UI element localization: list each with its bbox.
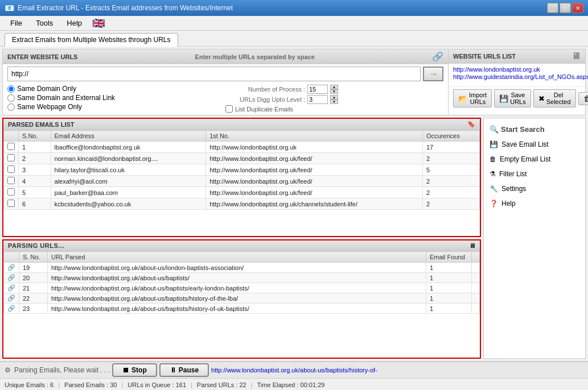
window-controls: _ □ ✕: [547, 3, 583, 13]
table-row: 🔗 20 http://www.londonbaptist.org.uk/abo…: [4, 273, 480, 283]
radio-same-domain[interactable]: Same Domain Only: [7, 85, 225, 93]
parsing-urls-icon: 🖥: [469, 242, 476, 249]
parsing-urls-table-container[interactable]: S. No. URL Parsed Email Found 🔗 19 http:…: [3, 251, 480, 314]
link-icon: 🔗: [432, 51, 443, 62]
enter-url-header: ENTER WEBSITE URLs Enter multiple URLs s…: [3, 49, 448, 64]
website-url-header: WEBSITE URLs LIST 🖥: [449, 49, 585, 64]
parsing-urls-section: PARSING URLs... 🖥 S. No. URL Parsed Emai…: [2, 239, 481, 359]
app-icon: 📧: [5, 3, 14, 13]
del-icon: ✖: [538, 94, 545, 103]
radio-options: Same Domain Only Same Domain and Externa…: [7, 85, 225, 113]
col-checkbox: [4, 131, 19, 142]
tab-bar: Extract Emails from Multiple Websites th…: [0, 31, 588, 47]
parsed-emails-section: PARSED EMAILS LIST 🔖 S.No. Email Address…: [2, 118, 481, 237]
current-url-display: http://www.londonbaptist.org.uk/about-us…: [211, 367, 377, 374]
parsing-urls-header: PARSING URLs... 🖥: [3, 240, 480, 251]
website-url-title: WEBSITE URLs LIST: [453, 53, 516, 60]
stop-icon: ⏹: [122, 366, 129, 374]
go-button[interactable]: →: [423, 67, 443, 81]
menu-file[interactable]: File: [5, 17, 28, 29]
parsed-emails-table: S.No. Email Address 1st No. Occurences 1…: [3, 130, 480, 210]
import-urls-button[interactable]: 📂 Import URLs: [453, 89, 492, 107]
email-list-icon: 🔖: [467, 121, 475, 128]
right-panel: 🔍 Start Search 💾 Save Email List 🗑 Empty…: [483, 118, 586, 359]
spin-down-2[interactable]: ▼: [330, 99, 338, 104]
menu-help[interactable]: Help: [61, 17, 88, 29]
parsing-status-text: Parsing Emails, Please wait . . .: [14, 366, 110, 374]
duplicate-checkbox-row[interactable]: List Duplicate Emails: [225, 105, 443, 113]
spin-up-2[interactable]: ▲: [330, 95, 338, 99]
urls-digg-input[interactable]: [307, 95, 328, 104]
col-icon: [4, 252, 19, 263]
parsing-urls-table: S. No. URL Parsed Email Found 🔗 19 http:…: [3, 251, 480, 314]
url-list: http://www.londonbaptist.org.uk http://w…: [449, 64, 585, 86]
filter-list-button[interactable]: ⚗ Filter List: [486, 168, 583, 180]
parsed-emails-header: PARSED EMAILS LIST 🔖: [3, 119, 480, 130]
time-elapsed-status: Time Elapsed : 00:01:29: [257, 381, 325, 388]
parsing-spinner-icon: ⚙: [5, 366, 11, 374]
table-row: 🔗 22 http://www.londonbaptist.org.uk/abo…: [4, 293, 480, 304]
website-icon: 🖥: [571, 51, 581, 61]
url-list-item: http://www.londonbaptist.org.uk: [453, 66, 581, 73]
parsed-emails-status: Parsed Emails : 30: [64, 381, 117, 388]
url-controls: 📂 Import URLs 💾 Save URLs ✖ Del Selected…: [449, 86, 585, 110]
url-input[interactable]: [7, 67, 421, 81]
parsed-emails-title: PARSED EMAILS LIST: [8, 121, 75, 128]
table-row: 4 alexafriyi@aol.com http://www.londonba…: [4, 176, 480, 187]
save-email-icon: 💾: [490, 140, 498, 148]
spin-up[interactable]: ▲: [330, 85, 338, 89]
table-row: 3 hilary.taylor@tiscali.co.uk http://www…: [4, 164, 480, 176]
save-urls-button[interactable]: 💾 Save URLs: [494, 89, 531, 107]
number-controls: Number of Process : ▲ ▼ URLs Digg Upto L…: [225, 85, 443, 113]
urls-digg-spinner[interactable]: ▲ ▼: [330, 95, 338, 104]
close-button[interactable]: ✕: [572, 3, 583, 13]
empty-email-list-button[interactable]: 🗑 Empty Email List: [486, 153, 583, 165]
table-row: 🔗 21 http://www.londonbaptist.org.uk/abo…: [4, 283, 480, 293]
flag-icon: 🇬🇧: [92, 17, 105, 30]
help-button[interactable]: ❓ Help: [486, 197, 583, 210]
table-row: 6 kcbcstudents@yahoo.co.uk http://www.lo…: [4, 198, 480, 210]
col-url2: URL Parsed: [48, 252, 426, 263]
action-bar: ⚙ Parsing Emails, Please wait . . . ⏹ St…: [0, 361, 588, 378]
title-bar-text: Email Extractor URL - Extracts Email add…: [18, 4, 544, 12]
minimize-button[interactable]: _: [547, 3, 558, 13]
spin-down[interactable]: ▼: [330, 89, 338, 94]
parsing-urls-title: PARSING URLs...: [8, 242, 64, 249]
menu-bar: File Tools Help 🇬🇧: [0, 16, 588, 31]
enter-url-title: ENTER WEBSITE URLs: [7, 53, 77, 60]
menu-tools[interactable]: Tools: [30, 17, 59, 29]
search-icon: 🔍: [490, 125, 499, 134]
maximize-button[interactable]: □: [560, 3, 571, 13]
empty-email-icon: 🗑: [490, 155, 496, 163]
stop-button[interactable]: ⏹ Stop: [112, 363, 157, 377]
filter-icon: ⚗: [490, 170, 496, 178]
tab-main[interactable]: Extract Emails from Multiple Websites th…: [5, 33, 178, 47]
radio-webpage[interactable]: Same Webpage Only: [7, 103, 225, 111]
table-row: 2 norman.kincaid@londonbaptist.org.... h…: [4, 153, 480, 164]
urls-in-queue-status: URLs in Queue : 161: [128, 381, 186, 388]
empty-button[interactable]: 🗑 Empty: [578, 92, 588, 105]
table-row: 🔗 23 http://www.londonbaptist.org.uk/abo…: [4, 304, 480, 314]
url-list-item: http://www.guidestarindia.org/List_of_NG…: [453, 73, 581, 80]
title-bar: 📧 Email Extractor URL - Extracts Email a…: [0, 0, 588, 16]
settings-button[interactable]: 🔧 Settings: [486, 182, 583, 195]
pause-icon: ⏸: [170, 366, 176, 374]
duplicate-checkbox[interactable]: [225, 105, 233, 113]
parsing-status: ⚙ Parsing Emails, Please wait . . .: [5, 366, 110, 374]
num-process-spinner[interactable]: ▲ ▼: [330, 85, 338, 94]
table-row: 🔗 19 http://www.londonbaptist.org.uk/abo…: [4, 263, 480, 273]
start-search-label: 🔍 Start Search: [486, 123, 583, 136]
pause-button[interactable]: ⏸ Pause: [159, 363, 209, 377]
col-email: Email Address: [51, 131, 206, 142]
parsed-emails-table-container[interactable]: S.No. Email Address 1st No. Occurences 1…: [3, 130, 480, 210]
col-sno: S.No.: [19, 131, 51, 142]
col-found: Email Found: [426, 252, 472, 263]
radio-external[interactable]: Same Domain and External Link: [7, 94, 225, 102]
num-process-input[interactable]: [307, 85, 328, 94]
website-url-panel: WEBSITE URLs LIST 🖥 http://www.londonbap…: [449, 49, 585, 115]
col-firstno: 1st No.: [206, 131, 423, 142]
col-occ: Occurences: [422, 131, 479, 142]
del-selected-button[interactable]: ✖ Del Selected: [533, 89, 576, 107]
help-icon: ❓: [490, 200, 498, 208]
save-email-list-button[interactable]: 💾 Save Email List: [486, 138, 583, 151]
